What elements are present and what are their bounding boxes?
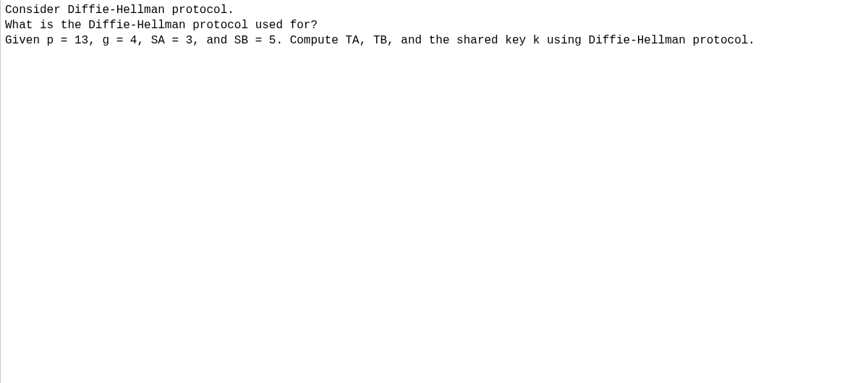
question-line-3: Given p = 13, g = 4, SA = 3, and SB = 5.…	[5, 33, 864, 49]
question-line-1: Consider Diffie-Hellman protocol.	[5, 3, 864, 18]
question-line-2: What is the Diffie-Hellman protocol used…	[5, 18, 864, 33]
